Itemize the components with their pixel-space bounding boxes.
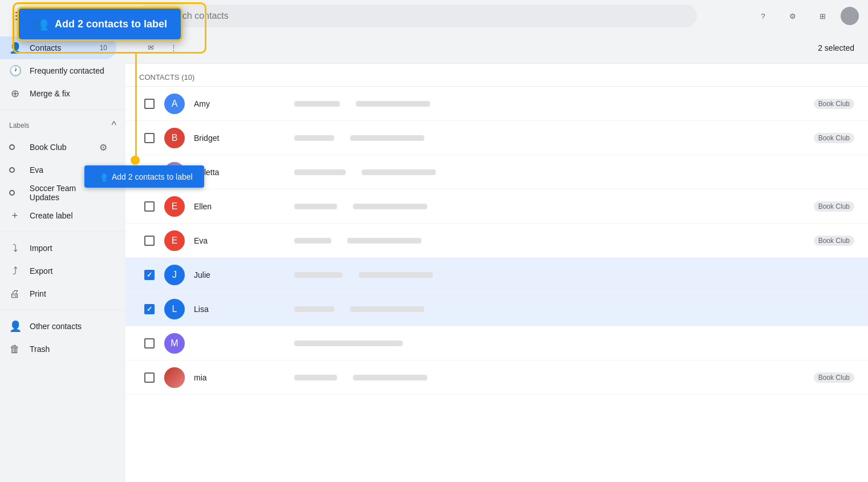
- create-label-label: Create label: [30, 211, 73, 220]
- contact-label-badge-ellen: Book Club: [814, 201, 854, 212]
- import-icon: ⤵: [9, 242, 21, 254]
- book-club-popup[interactable]: 👥 Add 2 contacts to label: [84, 165, 204, 188]
- topbar-right: ? ⚙ ⊞: [752, 5, 859, 27]
- apps-icon: ⊞: [820, 12, 826, 21]
- checkbox-lisa[interactable]: [144, 304, 155, 314]
- checkbox-m[interactable]: [144, 338, 155, 349]
- contact-detail-blur-2-mia: [353, 375, 427, 380]
- other-contacts-label: Other contacts: [30, 322, 82, 331]
- contact-detail-blur-2-ellen: [353, 204, 427, 209]
- tooltip-people-icon: 👥: [33, 17, 48, 31]
- checkbox-area-bridget: [139, 128, 160, 148]
- contact-detail-blur-1-lisa: [294, 306, 334, 312]
- frequently-contacted-label: Frequently contacted: [30, 66, 104, 75]
- contact-detail-blur-2-eva: [347, 238, 421, 244]
- merge-fix-label: Merge & fix: [30, 89, 70, 98]
- help-icon: ?: [761, 12, 765, 21]
- settings-button[interactable]: ⚙: [781, 5, 804, 27]
- contact-details-blur-m: [285, 341, 403, 346]
- book-club-settings-icon[interactable]: ⚙: [99, 142, 107, 153]
- avatar-amy: A: [164, 94, 185, 114]
- sidebar-item-frequently-contacted[interactable]: 🕐 Frequently contacted: [0, 59, 116, 82]
- import-label: Import: [30, 244, 52, 253]
- avatar-bridget: B: [164, 128, 185, 148]
- sidebar-item-export[interactable]: ⤴ Export: [0, 260, 116, 282]
- checkbox-ellen[interactable]: [144, 201, 155, 212]
- contact-detail-blur-1-ellen: [294, 204, 337, 209]
- contact-detail-blur-1-coletta: [294, 169, 346, 175]
- avatar-lisa: L: [164, 299, 185, 319]
- contact-name-ellen: Ellen: [194, 202, 285, 211]
- checkbox-julie[interactable]: [144, 270, 155, 280]
- create-label-icon: +: [9, 210, 21, 222]
- contact-name-lisa: Lisa: [194, 305, 285, 314]
- sidebar-item-book-club[interactable]: Book Club ⚙: [0, 136, 116, 159]
- big-tooltip[interactable]: 👥 Add 2 contacts to label: [17, 7, 182, 41]
- contact-detail-blur-2-julie: [359, 272, 433, 278]
- contact-label-badge-eva: Book Club: [814, 236, 854, 246]
- contact-label-badge-amy: Book Club: [814, 99, 854, 109]
- sidebar-item-merge-fix[interactable]: ⊕ Merge & fix: [0, 82, 116, 105]
- sidebar-divider-3: [0, 310, 125, 310]
- contact-details-blur-ellen: [285, 204, 427, 209]
- checkbox-amy[interactable]: [144, 99, 155, 109]
- contact-label-badge-mia: Book Club: [814, 372, 854, 383]
- avatar[interactable]: [841, 7, 859, 25]
- contacts-label: Contacts: [30, 43, 61, 52]
- connector-dot: [131, 156, 140, 165]
- contact-details-blur-eva: [285, 238, 421, 244]
- label-icon-soccer: [9, 190, 21, 196]
- other-contacts-icon: 👤: [9, 320, 21, 333]
- contact-row-bridget[interactable]: BBridgetBook Club: [125, 121, 868, 155]
- export-icon: ⤴: [9, 265, 21, 277]
- selected-count: 2 selected: [818, 43, 854, 52]
- eva-label: Eva: [30, 165, 43, 175]
- contact-row-amy[interactable]: AAmyBook Club: [125, 87, 868, 121]
- help-button[interactable]: ?: [752, 5, 774, 27]
- contacts-icon: 👤: [9, 42, 21, 54]
- sidebar-item-print[interactable]: 🖨 Print: [0, 282, 116, 305]
- trash-label: Trash: [30, 345, 50, 354]
- checkbox-bridget[interactable]: [144, 133, 155, 143]
- avatar-mia: [164, 367, 185, 388]
- checkbox-area-lisa: [139, 299, 160, 319]
- contact-row-julie[interactable]: JJulie: [125, 258, 868, 292]
- avatar-julie: J: [164, 265, 185, 285]
- layout: 👤 Contacts 10 🕐 Frequently contacted ⊕ M…: [0, 32, 868, 482]
- contact-name-mia: mia: [194, 373, 285, 382]
- clock-icon: 🕐: [9, 64, 21, 77]
- action-toolbar: ✉ ⋮ 2 selected: [125, 32, 868, 64]
- collapse-labels-icon[interactable]: ^: [112, 119, 116, 131]
- contact-name-bridget: Bridget: [194, 133, 285, 143]
- email-icon: ✉: [148, 43, 154, 52]
- checkbox-mia[interactable]: [144, 372, 155, 383]
- checkbox-area-mia: [139, 367, 160, 388]
- more-icon: ⋮: [170, 43, 177, 52]
- contact-row-lisa[interactable]: LLisa: [125, 292, 868, 326]
- print-label: Print: [30, 289, 46, 298]
- big-tooltip-label: Add 2 contacts to label: [55, 18, 167, 30]
- contact-row-ellen[interactable]: EEllenBook Club: [125, 189, 868, 224]
- export-label: Export: [30, 266, 52, 276]
- sidebar: 👤 Contacts 10 🕐 Frequently contacted ⊕ M…: [0, 32, 125, 482]
- contact-detail-blur-2-bridget: [350, 135, 424, 141]
- contact-row-mia[interactable]: miaBook Club: [125, 361, 868, 395]
- apps-button[interactable]: ⊞: [811, 5, 834, 27]
- settings-icon: ⚙: [789, 12, 796, 21]
- sidebar-item-trash[interactable]: 🗑 Trash: [0, 338, 116, 361]
- contact-row-coletta[interactable]: Coletta: [125, 155, 868, 189]
- search-input[interactable]: [163, 11, 688, 21]
- book-club-popup-label: Add 2 contacts to label: [112, 172, 193, 181]
- sidebar-item-other-contacts[interactable]: 👤 Other contacts: [0, 315, 116, 338]
- trash-icon: 🗑: [9, 343, 21, 355]
- contact-row-eva[interactable]: EEvaBook Club: [125, 224, 868, 258]
- labels-section: Labels ^: [0, 115, 125, 136]
- checkbox-eva[interactable]: [144, 236, 155, 246]
- avatar-ellen: E: [164, 196, 185, 217]
- contact-details-blur-amy: [285, 101, 430, 107]
- print-icon: 🖨: [9, 288, 21, 300]
- sidebar-item-import[interactable]: ⤵ Import: [0, 237, 116, 260]
- contact-row-m[interactable]: M: [125, 326, 868, 361]
- sidebar-item-create-label[interactable]: + Create label: [0, 204, 116, 227]
- contact-name-julie: Julie: [194, 270, 285, 280]
